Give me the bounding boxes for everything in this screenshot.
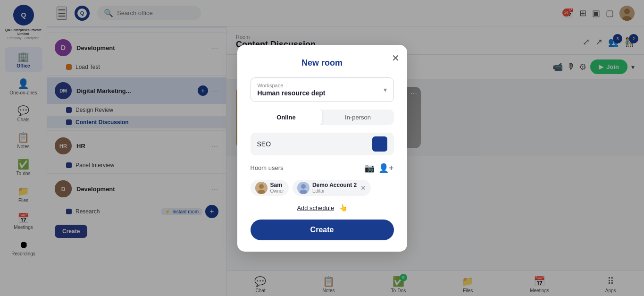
room-users-row: Room users 📷 👤+ bbox=[251, 163, 394, 173]
new-room-modal: New room ✕ Workspace Human resource dept… bbox=[237, 45, 407, 252]
user-chip-avatar-demo2 bbox=[297, 182, 309, 194]
room-name-row bbox=[251, 133, 394, 155]
mode-inperson-button[interactable]: In-person bbox=[322, 110, 394, 125]
cursor-icon: 👆 bbox=[339, 204, 347, 211]
user-chip-info-sam: Sam Owner bbox=[270, 182, 284, 194]
user-chip-name-sam: Sam bbox=[270, 182, 284, 188]
add-schedule-link-wrap: Add schedule 👆 bbox=[251, 203, 394, 212]
mode-online-button[interactable]: Online bbox=[251, 110, 322, 125]
user-chip-role-sam: Owner bbox=[270, 188, 284, 194]
modal-close-button[interactable]: ✕ bbox=[392, 52, 400, 64]
screenshot-icon[interactable]: 📷 bbox=[364, 163, 375, 173]
add-schedule-link[interactable]: Add schedule bbox=[297, 204, 334, 211]
room-color-picker[interactable] bbox=[372, 136, 387, 152]
users-chips-row: Sam Owner Demo Account 2 Editor ✕ bbox=[251, 180, 394, 196]
room-users-label: Room users bbox=[251, 164, 284, 171]
svg-point-12 bbox=[259, 184, 264, 189]
room-name-input[interactable] bbox=[257, 140, 368, 148]
mode-toggle: Online In-person bbox=[251, 110, 394, 125]
create-room-modal-button[interactable]: Create bbox=[251, 220, 394, 240]
user-chip-avatar-sam bbox=[255, 182, 268, 194]
workspace-arrow-icon: ▾ bbox=[384, 86, 387, 93]
add-user-icon[interactable]: 👤+ bbox=[378, 163, 394, 173]
workspace-value: Human resource dept bbox=[258, 89, 387, 97]
remove-user-demo2-button[interactable]: ✕ bbox=[360, 184, 366, 192]
user-chip-sam: Sam Owner bbox=[251, 180, 289, 196]
svg-point-15 bbox=[301, 184, 306, 189]
workspace-selector[interactable]: Workspace Human resource dept ▾ bbox=[251, 77, 394, 102]
modal-overlay: New room ✕ Workspace Human resource dept… bbox=[0, 0, 644, 296]
user-chip-name-demo2: Demo Account 2 bbox=[312, 182, 357, 188]
modal-title: New room bbox=[251, 58, 394, 68]
user-chip-info-demo2: Demo Account 2 Editor bbox=[312, 182, 357, 194]
user-chip-role-demo2: Editor bbox=[312, 188, 357, 194]
workspace-label: Workspace bbox=[258, 83, 387, 88]
user-chip-demo2: Demo Account 2 Editor ✕ bbox=[293, 180, 371, 196]
room-users-icons: 📷 👤+ bbox=[364, 163, 394, 173]
